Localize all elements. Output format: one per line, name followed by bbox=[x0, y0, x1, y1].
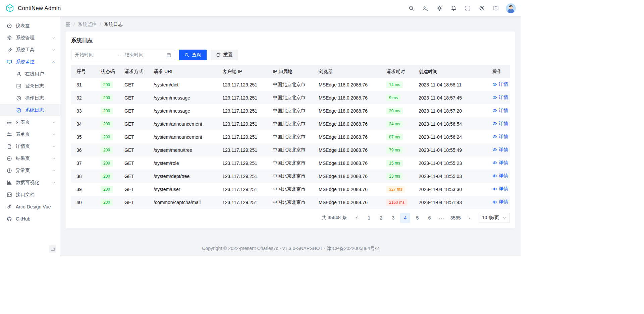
cell-ip-region: 中国北京北京市 bbox=[267, 117, 313, 130]
cell-created-at: 2023-11-04 18:57:45 bbox=[413, 91, 487, 104]
bell-button[interactable] bbox=[448, 3, 459, 14]
cell-action: 详情 bbox=[487, 143, 510, 156]
settings-button[interactable] bbox=[476, 3, 487, 14]
page-button-3565[interactable]: 3565 bbox=[448, 213, 462, 223]
log-table-head-row: 序号状态码请求方式请求 URI客户端 IPIP 归属地浏览器请求耗时创建时间操作 bbox=[71, 65, 510, 78]
elapsed-badge: 24 ms bbox=[386, 121, 403, 127]
search-button[interactable]: 查询 bbox=[179, 50, 207, 60]
page-size-select[interactable]: 10 条/页 bbox=[479, 213, 510, 223]
sidebar-item-form[interactable]: 表单页 bbox=[0, 128, 60, 140]
cell-client-ip: 123.117.129.251 bbox=[217, 143, 267, 156]
date-range-picker[interactable]: 开始时间 - 结束时间 bbox=[71, 50, 175, 60]
detail-link[interactable]: 详情 bbox=[492, 95, 508, 101]
clock-icon-wrap bbox=[16, 96, 21, 101]
page-button-5[interactable]: 5 bbox=[412, 213, 422, 223]
sidebar-item-label: 系统工具 bbox=[16, 47, 52, 53]
sidebar-item-list[interactable]: 列表页 bbox=[0, 116, 60, 128]
detail-link[interactable]: 详情 bbox=[492, 121, 508, 127]
translate-button[interactable]: 文A bbox=[420, 3, 431, 14]
detail-link[interactable]: 详情 bbox=[492, 199, 508, 205]
sidebar-item-link[interactable]: Arco Design Vue bbox=[0, 201, 60, 213]
sidebar-item-login-log[interactable]: 登录日志 bbox=[0, 80, 60, 92]
user-avatar[interactable] bbox=[506, 3, 516, 13]
eye-icon bbox=[492, 121, 497, 126]
table-row: 34200GET/system/announcement123.117.129.… bbox=[71, 117, 510, 130]
sidebar-item-monitor[interactable]: 系统监控 bbox=[0, 56, 60, 68]
cell-client-ip: 123.117.129.251 bbox=[217, 183, 267, 196]
cell-browser: MSEdge 118.0.2088.76 bbox=[313, 78, 381, 91]
elapsed-badge: 20 ms bbox=[386, 108, 403, 114]
cell-elapsed: 24 ms bbox=[381, 117, 413, 130]
app-title: ContiNew Admin bbox=[18, 5, 61, 12]
svg-text:A: A bbox=[426, 8, 428, 11]
cell-elapsed: 87 ms bbox=[381, 130, 413, 143]
apps-button[interactable] bbox=[66, 22, 70, 27]
docs-button[interactable] bbox=[490, 3, 501, 14]
api-doc-icon-wrap bbox=[7, 192, 12, 197]
avatar-image-icon bbox=[506, 3, 516, 13]
chevron-up-icon bbox=[52, 60, 56, 64]
monitor-icon-wrap bbox=[7, 59, 12, 65]
sidebar-item-system-log[interactable]: 系统日志 bbox=[0, 104, 60, 116]
detail-link[interactable]: 详情 bbox=[492, 186, 508, 192]
detail-link[interactable]: 详情 bbox=[492, 160, 508, 166]
detail-link-label: 详情 bbox=[499, 186, 508, 192]
prev-page-button[interactable] bbox=[352, 213, 362, 223]
breadcrumb: /系统监控/系统日志 bbox=[60, 17, 521, 27]
search-button[interactable] bbox=[406, 3, 417, 14]
detail-link[interactable]: 详情 bbox=[492, 81, 508, 87]
cell-action: 详情 bbox=[487, 130, 510, 143]
page-button-4[interactable]: 4 bbox=[400, 213, 410, 223]
breadcrumb-item-0[interactable]: 系统监控 bbox=[78, 21, 97, 27]
column-header: 客户端 IP bbox=[217, 65, 267, 78]
cell-no: 32 bbox=[71, 91, 95, 104]
sidebar-item-check-circle[interactable]: 结果页 bbox=[0, 152, 60, 165]
filter-bar: 开始时间 - 结束时间 查询 重置 bbox=[71, 50, 510, 60]
page-button-1[interactable]: 1 bbox=[364, 213, 374, 223]
column-header: 请求耗时 bbox=[381, 65, 413, 78]
page-ellipsis[interactable]: ··· bbox=[436, 213, 446, 223]
apps-icon bbox=[66, 22, 70, 27]
theme-button[interactable] bbox=[434, 3, 445, 14]
sidebar-item-user[interactable]: 在线用户 bbox=[0, 68, 60, 80]
cell-client-ip: 123.117.129.251 bbox=[217, 78, 267, 91]
reset-button[interactable]: 重置 bbox=[211, 50, 238, 60]
detail-link[interactable]: 详情 bbox=[492, 134, 508, 140]
eye-icon bbox=[492, 108, 497, 113]
page-button-2[interactable]: 2 bbox=[376, 213, 386, 223]
table-row: 36200GET/system/menu/tree123.117.129.251… bbox=[71, 143, 510, 156]
cell-method: GET bbox=[119, 130, 148, 143]
sidebar-item-clock[interactable]: 操作日志 bbox=[0, 92, 60, 104]
detail-link[interactable]: 详情 bbox=[492, 108, 508, 114]
next-page-button[interactable] bbox=[465, 213, 475, 223]
translate-icon: 文A bbox=[423, 5, 428, 11]
detail-link-label: 详情 bbox=[499, 199, 508, 205]
detail-link-label: 详情 bbox=[499, 81, 508, 87]
cell-uri: /system/role bbox=[148, 156, 217, 170]
elapsed-badge: 15 ms bbox=[386, 160, 403, 167]
cell-created-at: 2023-11-04 18:57:20 bbox=[413, 104, 487, 117]
table-row: 38200GET/system/dept/tree123.117.129.251… bbox=[71, 170, 510, 183]
fullscreen-button[interactable] bbox=[462, 3, 473, 14]
sidebar-item-settings[interactable]: 系统管理 bbox=[0, 32, 60, 44]
detail-link[interactable]: 详情 bbox=[492, 147, 508, 153]
sidebar-item-chart[interactable]: 数据可视化 bbox=[0, 177, 60, 189]
chevron-down-icon bbox=[52, 132, 56, 136]
sidebar-item-api-doc[interactable]: 接口文档 bbox=[0, 189, 60, 201]
elapsed-badge: 9 ms bbox=[386, 95, 400, 101]
sidebar-item-dashboard[interactable]: 仪表盘 bbox=[0, 20, 60, 32]
main-content: /系统监控/系统日志 系统日志 开始时间 - 结束时间 查询 bbox=[60, 17, 521, 256]
page-button-6[interactable]: 6 bbox=[424, 213, 434, 223]
sidebar-item-info-circle[interactable]: 异常页 bbox=[0, 165, 60, 177]
page-button-3[interactable]: 3 bbox=[388, 213, 398, 223]
detail-link[interactable]: 详情 bbox=[492, 173, 508, 179]
theme-icon bbox=[437, 5, 442, 11]
sidebar-collapse-button[interactable] bbox=[49, 245, 56, 253]
cell-status: 200 bbox=[95, 78, 119, 91]
cell-status: 200 bbox=[95, 143, 119, 156]
sidebar-item-tools[interactable]: 系统工具 bbox=[0, 44, 60, 56]
sidebar-item-file[interactable]: 详情页 bbox=[0, 140, 60, 152]
sidebar-item-github[interactable]: GitHub bbox=[0, 213, 60, 225]
logo[interactable]: ContiNew Admin bbox=[5, 4, 61, 13]
column-header: 浏览器 bbox=[313, 65, 381, 78]
